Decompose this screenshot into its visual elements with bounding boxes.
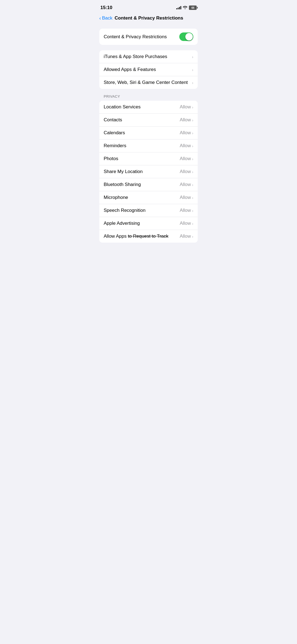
reminders-row[interactable]: Reminders Allow › (99, 139, 198, 152)
page-title: Content & Privacy Restrictions (115, 15, 183, 21)
itunes-app-store-label: iTunes & App Store Purchases (104, 54, 167, 59)
privacy-section-header: PRIVACY (95, 94, 202, 101)
allow-apps-track-right: Allow › (180, 234, 193, 239)
speech-recognition-chevron-icon: › (192, 208, 193, 213)
bluetooth-sharing-row[interactable]: Bluetooth Sharing Allow › (99, 178, 198, 191)
store-web-siri-row[interactable]: Store, Web, Siri & Game Center Content › (99, 76, 198, 89)
contacts-row[interactable]: Contacts Allow › (99, 113, 198, 126)
calendars-right: Allow › (180, 130, 193, 136)
speech-recognition-row[interactable]: Speech Recognition Allow › (99, 204, 198, 217)
share-my-location-right: Allow › (180, 169, 193, 174)
status-icons: 44 (176, 6, 197, 10)
allow-apps-track-chevron-icon: › (192, 234, 193, 239)
store-web-siri-right: › (192, 80, 193, 85)
photos-label: Photos (104, 156, 118, 161)
speech-recognition-value: Allow (180, 208, 191, 213)
apple-advertising-value: Allow (180, 221, 191, 226)
calendars-row[interactable]: Calendars Allow › (99, 126, 198, 139)
itunes-app-store-row[interactable]: iTunes & App Store Purchases › (99, 50, 198, 63)
general-section: iTunes & App Store Purchases › Allowed A… (99, 50, 198, 89)
main-toggle-card: Content & Privacy Restrictions (99, 29, 198, 45)
photos-value: Allow (180, 156, 191, 161)
signal-bar-3 (179, 7, 180, 9)
store-web-siri-label: Store, Web, Siri & Game Center Content (104, 80, 188, 85)
allow-apps-track-strikethrough: to Request to Track (128, 234, 168, 239)
content-privacy-toggle[interactable] (179, 32, 193, 41)
privacy-card: Location Services Allow › Contacts Allow… (99, 101, 198, 243)
signal-bar-4 (180, 6, 181, 9)
content-privacy-label: Content & Privacy Restrictions (104, 34, 167, 40)
status-time: 15:10 (100, 5, 112, 10)
calendars-label: Calendars (104, 130, 125, 136)
reminders-chevron-icon: › (192, 144, 193, 148)
allow-apps-track-value: Allow (180, 234, 191, 239)
nav-bar: ‹ Back Content & Privacy Restrictions (95, 13, 202, 24)
allowed-apps-right: › (192, 67, 193, 72)
wifi-icon (183, 6, 187, 10)
microphone-chevron-icon: › (192, 195, 193, 200)
calendars-value: Allow (180, 130, 191, 136)
location-services-chevron-icon: › (192, 105, 193, 109)
speech-recognition-label: Speech Recognition (104, 208, 145, 213)
back-chevron-icon: ‹ (99, 16, 101, 21)
microphone-row[interactable]: Microphone Allow › (99, 191, 198, 204)
microphone-right: Allow › (180, 195, 193, 200)
privacy-section: Location Services Allow › Contacts Allow… (99, 101, 198, 243)
allow-apps-track-row[interactable]: Allow Apps to Request to Track Allow › (99, 230, 198, 243)
content-privacy-toggle-row: Content & Privacy Restrictions (99, 29, 198, 45)
reminders-label: Reminders (104, 143, 126, 149)
itunes-app-store-chevron-icon: › (192, 54, 193, 59)
signal-bar-2 (178, 8, 178, 9)
photos-row[interactable]: Photos Allow › (99, 152, 198, 165)
apple-advertising-right: Allow › (180, 221, 193, 226)
apple-advertising-row[interactable]: Apple Advertising Allow › (99, 217, 198, 230)
share-my-location-value: Allow (180, 169, 191, 174)
calendars-chevron-icon: › (192, 131, 193, 135)
allowed-apps-chevron-icon: › (192, 67, 193, 72)
share-my-location-chevron-icon: › (192, 169, 193, 174)
signal-bar-1 (176, 8, 177, 9)
allowed-apps-row[interactable]: Allowed Apps & Features › (99, 63, 198, 76)
microphone-value: Allow (180, 195, 191, 200)
bluetooth-sharing-right: Allow › (180, 182, 193, 187)
itunes-app-store-right: › (192, 54, 193, 59)
share-my-location-row[interactable]: Share My Location Allow › (99, 165, 198, 178)
reminders-value: Allow (180, 143, 191, 149)
contacts-label: Contacts (104, 117, 122, 123)
status-bar: 15:10 44 (95, 0, 202, 13)
allow-apps-track-label: Allow Apps to Request to Track (104, 234, 168, 239)
toggle-knob (185, 33, 193, 40)
location-services-value: Allow (180, 104, 191, 110)
apple-advertising-label: Apple Advertising (104, 221, 140, 226)
main-toggle-section: Content & Privacy Restrictions (99, 29, 198, 45)
share-my-location-label: Share My Location (104, 169, 143, 174)
general-card: iTunes & App Store Purchases › Allowed A… (99, 50, 198, 89)
microphone-label: Microphone (104, 195, 128, 200)
apple-advertising-chevron-icon: › (192, 221, 193, 226)
battery-icon: 44 (189, 6, 197, 10)
store-web-siri-chevron-icon: › (192, 80, 193, 85)
contacts-value: Allow (180, 117, 191, 123)
contacts-right: Allow › (180, 117, 193, 123)
location-services-right: Allow › (180, 104, 193, 110)
contacts-chevron-icon: › (192, 118, 193, 122)
photos-chevron-icon: › (192, 157, 193, 161)
signal-bars-icon (176, 6, 181, 9)
allowed-apps-label: Allowed Apps & Features (104, 67, 156, 72)
bluetooth-sharing-value: Allow (180, 182, 191, 187)
bluetooth-sharing-chevron-icon: › (192, 182, 193, 187)
location-services-row[interactable]: Location Services Allow › (99, 101, 198, 113)
photos-right: Allow › (180, 156, 193, 161)
bluetooth-sharing-label: Bluetooth Sharing (104, 182, 141, 187)
speech-recognition-right: Allow › (180, 208, 193, 213)
location-services-label: Location Services (104, 104, 141, 110)
reminders-right: Allow › (180, 143, 193, 149)
back-button[interactable]: ‹ Back (99, 15, 112, 21)
back-label[interactable]: Back (102, 15, 112, 21)
